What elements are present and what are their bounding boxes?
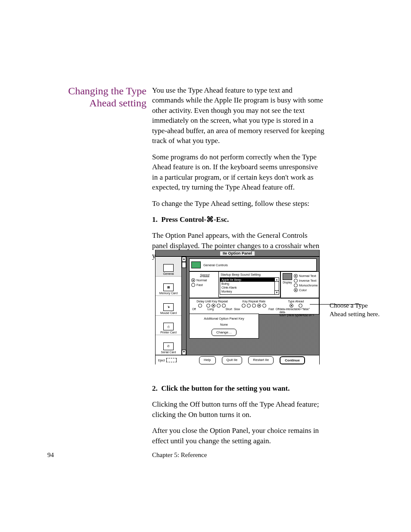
- value-label: None: [220, 323, 228, 327]
- sidebar-item-mouse[interactable]: 🖱 Mouse Card: [156, 296, 181, 316]
- list-item[interactable]: Clink-Klank: [220, 286, 279, 289]
- radio-label: Normal: [196, 278, 207, 282]
- paragraph: You use the Type Ahead feature to type t…: [152, 85, 324, 146]
- section-heading: Changing the Type Ahead setting: [47, 85, 146, 109]
- list-item[interactable]: Apple IIe Beep: [220, 278, 279, 282]
- display-normal-radio[interactable]: Normal Text: [294, 274, 318, 278]
- delay-radio[interactable]: [222, 304, 226, 308]
- monitor-icon: [191, 261, 201, 268]
- callout-leader-line: [310, 304, 361, 305]
- scale-label: Off: [276, 308, 280, 317]
- monitor-icon: [163, 264, 174, 272]
- scale-label: Slow: [234, 308, 240, 311]
- radio-icon: [294, 288, 298, 292]
- rate-radio[interactable]: [247, 304, 251, 308]
- typeahead-off-radio[interactable]: [290, 304, 293, 308]
- disk-slot-icon: [166, 358, 177, 362]
- eject-control[interactable]: Eject: [158, 358, 183, 362]
- beep-list[interactable]: Apple IIe Beep Boing Clink-Klank Monkey …: [220, 277, 279, 295]
- paragraph: To change the Type Ahead setting, follow…: [152, 199, 324, 208]
- sidebar-item-serial[interactable]: ✆ Serial Card: [156, 335, 181, 355]
- group-title: Delay Until Key Repeat: [196, 300, 227, 303]
- scroll-up-arrow-icon[interactable]: ▲: [182, 257, 186, 262]
- beep-group: Startup Beep Sound Setting Apple IIe Bee…: [218, 271, 280, 297]
- scale-label: Off: [192, 308, 196, 311]
- scroll-up-arrow-icon[interactable]: ▲: [275, 278, 279, 282]
- radio-icon: [294, 279, 298, 283]
- step-number: 2.: [152, 384, 158, 392]
- rate-radio[interactable]: [262, 304, 266, 308]
- rate-radio[interactable]: [242, 304, 246, 308]
- list-scrollbar[interactable]: ▲ ▼: [274, 278, 279, 294]
- radio-icon: [191, 278, 195, 282]
- group-title: Key Repeat Rate: [243, 300, 265, 303]
- option-panel-window: IIe Option Panel General ▦ Memory Card 🖱…: [155, 250, 320, 364]
- radio-icon: [294, 283, 298, 287]
- sidebar-item-memory[interactable]: ▦ Memory Card: [156, 277, 181, 296]
- change-button[interactable]: Change…: [212, 329, 237, 336]
- sidebar-item-label: Printer Card: [160, 331, 177, 334]
- speed-normal-radio[interactable]: Normal: [191, 278, 218, 282]
- scale-label: Long: [208, 308, 214, 311]
- scale-label: data-interactable="false" data-bind="pan…: [279, 308, 316, 317]
- delay-radio[interactable]: [212, 304, 215, 308]
- step-title: Click the button for the setting you wan…: [161, 384, 290, 392]
- panel-sidebar: General ▦ Memory Card 🖱 Mouse Card ⎙ Pri…: [156, 257, 182, 355]
- radio-label: Normal Text: [299, 274, 316, 278]
- group-title: Type Ahead: [288, 300, 304, 303]
- display-preview: Display: [283, 273, 292, 291]
- radio-icon: [294, 274, 298, 278]
- additional-key-group: Additional Option Panel Key None Change…: [189, 314, 259, 339]
- chapter-label: Chapter 5: Reference: [152, 451, 207, 459]
- speed-fast-radio[interactable]: Fast: [191, 283, 218, 287]
- panel-body: General ▦ Memory Card 🖱 Mouse Card ⎙ Pri…: [156, 257, 319, 355]
- sidebar-item-label: Serial Card: [161, 351, 176, 354]
- rate-radio[interactable]: [257, 304, 261, 308]
- panel-main: General Controls Speed Normal Fast Start…: [187, 257, 319, 355]
- general-controls-header: General Controls: [189, 258, 317, 271]
- radio-label: Monochrome: [299, 283, 318, 287]
- sidebar-item-general[interactable]: General: [156, 257, 181, 277]
- group-title: Speed: [191, 273, 218, 277]
- scroll-thumb[interactable]: [182, 262, 186, 268]
- scroll-down-arrow-icon[interactable]: ▼: [182, 350, 186, 355]
- display-mono-radio[interactable]: Monochrome: [294, 283, 318, 287]
- sidebar-scrollbar[interactable]: ▲ ▼: [182, 257, 187, 355]
- restart-button[interactable]: Restart IIe: [248, 356, 274, 364]
- continue-button[interactable]: Continue: [280, 356, 305, 364]
- list-item[interactable]: Monkey: [220, 289, 279, 293]
- printer-icon: ⎙: [163, 323, 174, 330]
- sidebar-item-label: Memory Card: [159, 292, 177, 295]
- step-2-heading: 2. Click the button for the setting you …: [152, 383, 324, 393]
- display-inverse-radio[interactable]: Inverse Text: [294, 279, 318, 283]
- phone-icon: ✆: [163, 342, 174, 350]
- delay-radio[interactable]: [198, 304, 202, 308]
- rate-group: Key Repeat Rate Slow Fast: [233, 300, 275, 313]
- window-title: IIe Option Panel: [220, 251, 255, 255]
- help-button[interactable]: Help: [199, 356, 215, 364]
- list-item[interactable]: Boing: [220, 282, 279, 286]
- list-item[interactable]: Simple Beep: [220, 293, 279, 295]
- step-number: 1.: [152, 215, 158, 224]
- rate-radio[interactable]: [252, 304, 256, 308]
- paragraph: Some programs do not perform correctly w…: [152, 152, 324, 193]
- quit-button[interactable]: Quit IIe: [222, 356, 243, 364]
- delay-radio[interactable]: [206, 304, 210, 308]
- scroll-down-arrow-icon[interactable]: ▼: [275, 290, 279, 294]
- sidebar-item-printer[interactable]: ⎙ Printer Card: [156, 316, 181, 336]
- paragraph: After you close the Option Panel, your c…: [152, 426, 324, 446]
- radio-label: Color: [299, 288, 307, 292]
- radio-label: Inverse Text: [299, 279, 316, 283]
- page-number: 94: [47, 451, 54, 459]
- scale-label: Short: [225, 308, 232, 311]
- eject-label: Eject: [158, 359, 165, 362]
- group-title: Display: [283, 281, 292, 284]
- group-title: Startup Beep Sound Setting: [220, 273, 279, 277]
- step-1-heading: 1. Press Control-⌘-Esc.: [152, 215, 324, 224]
- delay-group: Delay Until Key Repeat Off Long: [191, 300, 233, 313]
- typeahead-on-radio[interactable]: [299, 304, 302, 308]
- display-color-radio[interactable]: Color: [294, 288, 318, 292]
- radio-label: Fast: [196, 283, 203, 287]
- window-titlebar[interactable]: IIe Option Panel: [156, 250, 319, 257]
- delay-radio[interactable]: [217, 304, 221, 308]
